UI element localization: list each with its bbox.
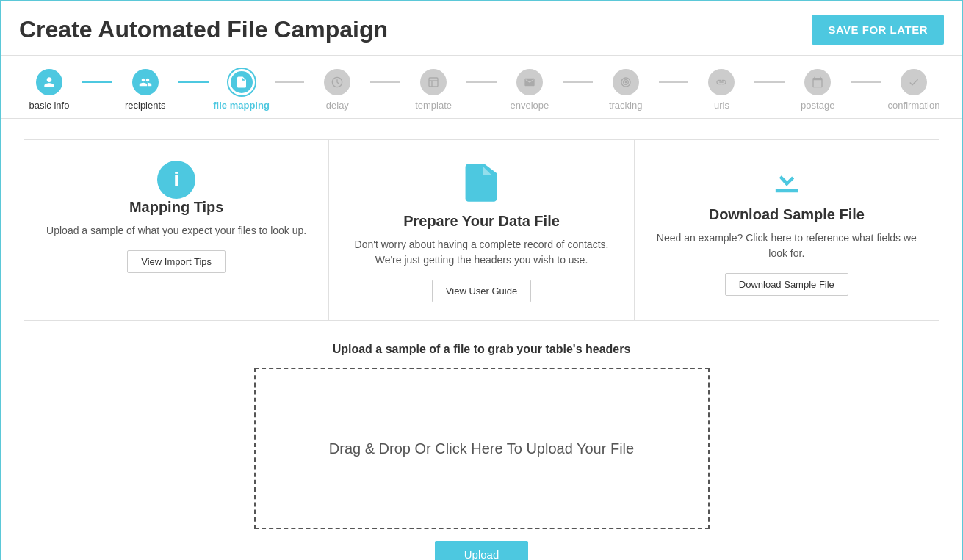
step-label-file-mapping: file mapping — [213, 100, 270, 111]
stepper: basic inforecipientsfile mappingdelaytem… — [1, 56, 962, 119]
drop-zone-text: Drag & Drop Or Click Here To Upload Your… — [329, 440, 634, 457]
card-prepare-data: Prepare Your Data File Don't worry about… — [329, 140, 634, 320]
info-icon: i — [157, 161, 195, 199]
card-title-prepare-data: Prepare Your Data File — [403, 213, 560, 230]
file-drop-zone[interactable]: Drag & Drop Or Click Here To Upload Your… — [254, 368, 710, 529]
step-circle-urls — [708, 69, 735, 95]
step-template[interactable]: template — [400, 69, 466, 111]
upload-button[interactable]: Upload — [435, 541, 529, 560]
step-connector — [659, 81, 689, 83]
step-recipients[interactable]: recipients — [112, 69, 178, 111]
card-download-sample: Download Sample File Need an example? Cl… — [635, 140, 939, 320]
upload-section: Upload a sample of a file to grab your t… — [24, 343, 939, 560]
step-urls[interactable]: urls — [688, 69, 754, 111]
step-label-basic-info: basic info — [29, 100, 70, 111]
card-title-mapping-tips: Mapping Tips — [129, 199, 224, 216]
svg-rect-4 — [772, 186, 780, 189]
step-circle-delay — [324, 69, 350, 95]
step-basic-info[interactable]: basic info — [16, 69, 82, 111]
card-btn-prepare-data[interactable]: View User Guide — [432, 280, 531, 302]
step-label-postage: postage — [801, 100, 834, 111]
step-connector — [82, 81, 112, 83]
step-label-delay: delay — [326, 100, 349, 111]
main-container: Create Automated File Campaign SAVE FOR … — [0, 0, 963, 560]
save-for-later-button[interactable]: SAVE FOR LATER — [812, 15, 944, 45]
step-postage[interactable]: postage — [785, 69, 851, 111]
step-connector — [563, 81, 593, 83]
card-btn-download-sample[interactable]: Download Sample File — [725, 273, 848, 296]
step-circle-confirmation — [901, 69, 927, 95]
svg-rect-1 — [429, 78, 438, 87]
step-tracking[interactable]: tracking — [593, 69, 659, 111]
step-confirmation[interactable]: confirmation — [881, 69, 947, 111]
card-desc-prepare-data: Don't worry about having a complete reco… — [351, 237, 611, 268]
step-circle-basic-info — [36, 69, 62, 95]
page-title: Create Automated File Campaign — [19, 16, 388, 43]
step-connector — [851, 81, 881, 83]
upload-label: Upload a sample of a file to grab your t… — [333, 343, 631, 356]
card-btn-mapping-tips[interactable]: View Import Tips — [127, 250, 226, 273]
step-label-tracking: tracking — [609, 100, 643, 111]
content-area: i Mapping Tips Upload a sample of what y… — [1, 119, 962, 560]
card-desc-mapping-tips: Upload a sample of what you expect your … — [46, 223, 306, 239]
card-desc-download-sample: Need an example? Click here to reference… — [657, 230, 917, 261]
step-circle-tracking — [613, 69, 639, 95]
step-label-template: template — [415, 100, 452, 111]
step-label-urls: urls — [714, 100, 729, 111]
step-label-recipients: recipients — [125, 100, 166, 111]
step-circle-postage — [804, 69, 831, 95]
card-mapping-tips: i Mapping Tips Upload a sample of what y… — [24, 140, 329, 320]
step-circle-envelope — [516, 69, 543, 95]
step-envelope[interactable]: envelope — [497, 69, 563, 111]
info-cards-row: i Mapping Tips Upload a sample of what y… — [24, 139, 939, 321]
header: Create Automated File Campaign SAVE FOR … — [1, 1, 962, 56]
step-connector — [754, 81, 785, 83]
step-label-confirmation: confirmation — [888, 100, 940, 111]
step-connector — [178, 81, 209, 83]
step-circle-file-mapping — [228, 69, 255, 95]
step-connector — [370, 81, 400, 83]
step-circle-template — [420, 69, 447, 95]
step-delay[interactable]: delay — [304, 69, 370, 111]
step-circle-recipients — [132, 69, 159, 95]
card-title-download-sample: Download Sample File — [709, 206, 865, 223]
svg-rect-5 — [793, 186, 801, 189]
download-icon — [768, 161, 806, 206]
step-connector — [466, 81, 497, 83]
step-file-mapping: file mapping — [209, 69, 275, 111]
file-icon — [462, 161, 500, 213]
step-label-envelope: envelope — [511, 100, 549, 111]
step-connector — [275, 81, 305, 83]
